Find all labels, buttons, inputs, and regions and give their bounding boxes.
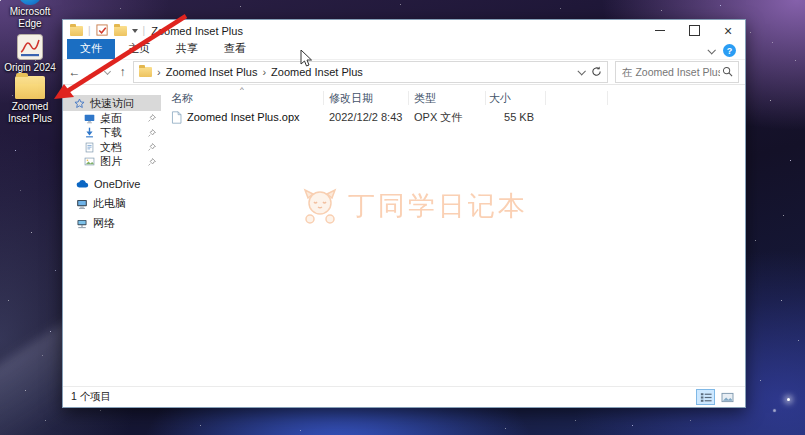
sidebar-item-this-pc[interactable]: 此电脑: [63, 196, 161, 211]
quick-access-toolbar: | |: [63, 24, 145, 37]
separator: |: [88, 25, 91, 36]
window-title: Zoomed Inset Plus: [151, 25, 243, 37]
explorer-main: 快速访问 桌面: [63, 85, 745, 386]
properties-icon[interactable]: [96, 24, 109, 37]
navigation-pane: 快速访问 桌面: [63, 85, 161, 386]
tab-view[interactable]: 查看: [211, 39, 259, 59]
tab-file[interactable]: 文件: [67, 39, 115, 59]
edge-icon: [18, 0, 42, 5]
item-count: 1 个项目: [71, 390, 111, 404]
forward-button[interactable]: →: [85, 65, 100, 79]
column-header-type[interactable]: 类型: [409, 91, 486, 105]
desktop-icon-zoomed-inset-plus[interactable]: Zoomed Inset Plus: [1, 76, 59, 125]
pin-icon[interactable]: [148, 129, 156, 137]
breadcrumb-separator: ›: [262, 66, 266, 78]
download-icon: [84, 127, 95, 138]
minimize-button[interactable]: [643, 20, 677, 41]
details-view-icon: [700, 392, 712, 403]
desktop-icon-label: Microsoft Edge: [1, 6, 59, 30]
file-size: 55 KB: [486, 110, 546, 124]
close-button[interactable]: ×: [711, 20, 745, 41]
large-icons-view-button[interactable]: [718, 389, 737, 405]
file-type: OPX 文件: [409, 110, 486, 124]
column-header-size[interactable]: 大小: [486, 91, 546, 105]
column-header-empty: [546, 91, 608, 105]
address-dropdown-chevron-icon[interactable]: [577, 67, 585, 75]
recent-locations-chevron-icon[interactable]: [104, 68, 111, 75]
file-list: ^ 名称 修改日期 类型 大小 Zoomed Inset Plus.opx 20…: [161, 85, 745, 386]
desktop-icon-microsoft-edge[interactable]: Microsoft Edge: [1, 0, 59, 30]
title-bar: | | Zoomed Inset Plus ×: [63, 20, 745, 41]
folder-icon: [70, 26, 83, 36]
sidebar-label: 快速访问: [90, 96, 134, 111]
breadcrumb-separator: ›: [157, 66, 161, 78]
maximize-button[interactable]: [677, 20, 711, 41]
column-headers: 名称 修改日期 类型 大小: [161, 90, 745, 106]
sidebar-item-onedrive[interactable]: OneDrive: [63, 176, 161, 191]
pin-icon[interactable]: [148, 143, 156, 151]
origin-app-icon: [17, 34, 43, 60]
details-view-button[interactable]: [696, 389, 715, 405]
up-button[interactable]: ↑: [115, 65, 130, 79]
column-header-modified[interactable]: 修改日期: [324, 91, 409, 105]
sidebar-label: 图片: [100, 154, 122, 169]
sidebar-label: 此电脑: [93, 196, 126, 211]
file-icon: [171, 111, 182, 124]
file-modified: 2022/12/2 8:43: [324, 110, 409, 124]
pin-icon[interactable]: [148, 114, 156, 122]
sidebar-item-desktop[interactable]: 桌面: [63, 111, 161, 126]
document-icon: [84, 142, 95, 153]
sidebar-label: 桌面: [100, 111, 122, 126]
separator: |: [143, 25, 146, 36]
window-controls: ×: [643, 20, 745, 41]
address-breadcrumb-bar[interactable]: › Zoomed Inset Plus › Zoomed Inset Plus: [133, 61, 608, 83]
sidebar-label: OneDrive: [94, 178, 140, 190]
search-box[interactable]: [615, 61, 739, 83]
sidebar-item-quick-access[interactable]: 快速访问: [63, 95, 161, 111]
help-icon[interactable]: ?: [723, 44, 736, 57]
computer-icon: [76, 198, 88, 210]
breadcrumb-segment[interactable]: Zoomed Inset Plus: [166, 66, 258, 78]
network-icon: [76, 218, 88, 230]
desktop-icon-origin-2024[interactable]: Origin 2024: [1, 34, 59, 74]
pictures-icon: [84, 156, 95, 167]
breadcrumb-segment[interactable]: Zoomed Inset Plus: [271, 66, 363, 78]
status-bar: 1 个项目: [63, 386, 745, 407]
file-explorer-window: | | Zoomed Inset Plus × 文件 主页 共享 查看 ? ← …: [62, 19, 746, 408]
pin-icon[interactable]: [148, 158, 156, 166]
sidebar-label: 下载: [100, 125, 122, 140]
desktop-icon-label: Zoomed Inset Plus: [1, 101, 59, 125]
back-button[interactable]: ←: [67, 65, 82, 79]
folder-icon: [15, 76, 45, 99]
desktop-icon: [84, 113, 95, 124]
onedrive-cloud-icon: [76, 178, 89, 189]
sidebar-item-documents[interactable]: 文档: [63, 140, 161, 155]
new-folder-icon[interactable]: [114, 26, 127, 36]
address-bar-row: ← → ↑ › Zoomed Inset Plus › Zoomed Inset…: [63, 60, 745, 85]
sidebar-label: 文档: [100, 140, 122, 155]
sidebar-label: 网络: [93, 216, 115, 231]
sidebar-item-pictures[interactable]: 图片: [63, 155, 161, 170]
large-icons-view-icon: [721, 392, 734, 403]
file-name: Zoomed Inset Plus.opx: [187, 110, 300, 124]
search-icon: [722, 66, 733, 77]
tab-home[interactable]: 主页: [115, 39, 163, 59]
ribbon-tabs: 文件 主页 共享 查看 ?: [63, 41, 745, 60]
sort-ascending-icon: ^: [240, 85, 244, 94]
desktop-icon-label: Origin 2024: [1, 62, 59, 74]
star-icon: [74, 98, 85, 109]
sidebar-item-downloads[interactable]: 下载: [63, 126, 161, 141]
refresh-icon[interactable]: [591, 66, 602, 77]
customize-toolbar-chevron-icon[interactable]: [132, 29, 138, 33]
tab-share[interactable]: 共享: [163, 39, 211, 59]
search-input[interactable]: [616, 66, 722, 78]
file-row[interactable]: Zoomed Inset Plus.opx 2022/12/2 8:43 OPX…: [161, 110, 745, 124]
folder-icon: [139, 67, 152, 77]
sidebar-item-network[interactable]: 网络: [63, 216, 161, 231]
expand-ribbon-chevron-icon[interactable]: [707, 46, 715, 54]
